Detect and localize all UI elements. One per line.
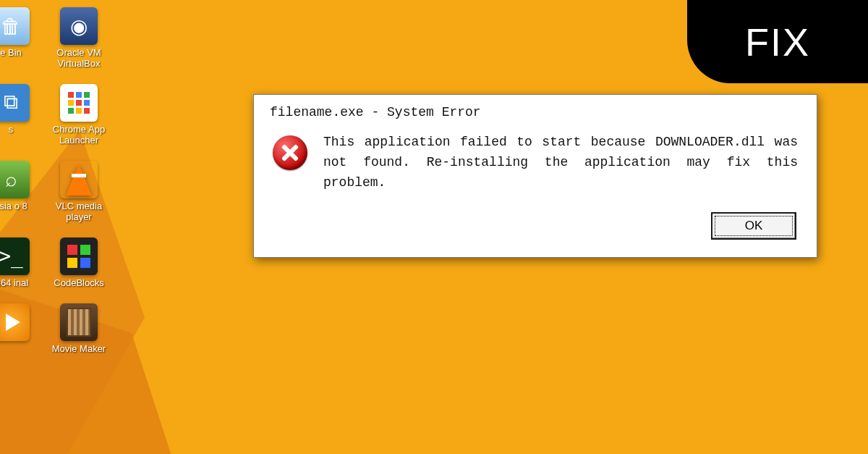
desktop-icon-terminal[interactable]: >_ in64 inal [0, 237, 43, 289]
desktop-icon-movie-maker[interactable]: Movie Maker [46, 303, 111, 355]
media-player-icon [0, 303, 30, 341]
icon-label: in64 inal [0, 278, 43, 289]
error-icon [273, 135, 307, 170]
recycle-bin-icon: 🗑 [0, 7, 30, 45]
icon-label: e Bin [0, 48, 43, 59]
desktop-icon-media-player[interactable] [0, 303, 43, 355]
desktop-icon-recycle-bin[interactable]: 🗑 e Bin [0, 7, 43, 70]
icon-label: asia o 8 [0, 201, 43, 212]
icon-label: Oracle VM VirtualBox [46, 48, 111, 70]
icon-label: VLC media player [46, 201, 111, 223]
icon-label: Movie Maker [46, 344, 111, 355]
icon-label: CodeBlocks [46, 278, 111, 289]
icon-label: Chrome App Launcher [46, 125, 111, 146]
desktop-icon-generic[interactable]: ⧉ s [0, 84, 43, 146]
codeblocks-icon [60, 237, 98, 275]
virtualbox-icon: ◉ [60, 7, 98, 45]
icon-label: s [0, 125, 43, 135]
terminal-icon: >_ [0, 237, 30, 275]
system-error-dialog: filename.exe - System Error This applica… [253, 94, 817, 258]
movie-maker-icon [60, 303, 98, 341]
desktop-icon-camtasia[interactable]: ⌕ asia o 8 [0, 161, 43, 223]
ok-button[interactable]: OK [711, 212, 796, 240]
desktop-icon-vlc[interactable]: VLC media player [46, 161, 111, 223]
dialog-message: This application failed to start because… [323, 133, 798, 193]
chrome-launcher-icon [60, 84, 98, 122]
desktop-icon-chrome-launcher[interactable]: Chrome App Launcher [46, 84, 111, 146]
dialog-title: filename.exe - System Error [254, 95, 817, 125]
desktop-area: 🗑 e Bin ◉ Oracle VM VirtualBox ⧉ s Chrom… [0, 0, 145, 454]
desktop-icon-codeblocks[interactable]: CodeBlocks [46, 237, 111, 289]
fix-badge: FIX [687, 0, 868, 83]
generic-icon: ⧉ [0, 84, 30, 122]
desktop-icon-virtualbox[interactable]: ◉ Oracle VM VirtualBox [46, 7, 111, 70]
camtasia-icon: ⌕ [0, 161, 30, 198]
fix-badge-label: FIX [745, 20, 810, 64]
vlc-icon [60, 161, 98, 198]
